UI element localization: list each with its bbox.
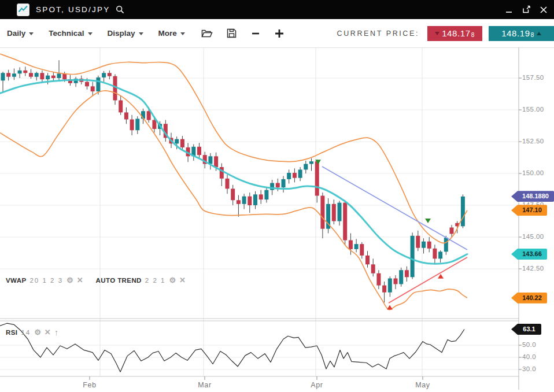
minimize-icon[interactable] <box>504 5 514 14</box>
rsi-legend-label: RSI <box>6 329 17 336</box>
price-axis-label: 157.50 <box>522 74 544 81</box>
autotrend-settings-gear-icon[interactable]: ⚙ <box>169 276 176 284</box>
price-down-arrow-icon <box>435 32 439 35</box>
menu-display-label: Display <box>108 29 135 38</box>
price-axis-label: 142.50 <box>522 265 544 272</box>
vwap-line-layer <box>0 80 467 264</box>
bid-price-value: 148.17 <box>442 28 470 38</box>
menu-technical[interactable]: Technical <box>49 29 92 38</box>
trading-app-window: SPOT, USD/JPY Daily <box>0 0 554 392</box>
toolbar: Daily Technical Display More <box>0 19 554 47</box>
month-label: May <box>409 381 436 389</box>
bid-price-pip: 8 <box>471 32 475 38</box>
vwap-settings-gear-icon[interactable]: ⚙ <box>67 276 73 284</box>
open-folder-icon[interactable] <box>201 29 213 38</box>
price-tag: 143.66 <box>511 249 547 260</box>
search-icon[interactable] <box>116 5 124 14</box>
price-axis-label: 155.00 <box>522 106 544 113</box>
menu-display[interactable]: Display <box>108 29 143 38</box>
instrument-title: SPOT, USD/JPY <box>36 5 110 14</box>
gridlines-layer <box>0 47 519 376</box>
save-icon[interactable] <box>227 28 237 38</box>
ask-price-value: 148.19 <box>501 28 530 38</box>
rsi-axis-label: 40.0 <box>522 353 536 360</box>
price-up-arrow-icon <box>537 32 541 35</box>
month-label: Mar <box>191 381 218 389</box>
menu-more[interactable]: More <box>158 29 185 38</box>
rsi-remove-icon[interactable]: ✕ <box>45 328 51 336</box>
rsi-axis-label: 50.0 <box>522 341 536 348</box>
current-price-label: CURRENT PRICE: <box>337 29 419 38</box>
bid-price-box[interactable]: 148.17 8 <box>427 26 482 41</box>
rsi-line-layer <box>0 323 464 372</box>
vwap-remove-icon[interactable]: ✕ <box>77 276 83 284</box>
price-tag: 147.10 <box>511 205 547 216</box>
menu-technical-label: Technical <box>49 29 84 38</box>
app-logo-icon <box>17 3 29 16</box>
current-price-cluster: CURRENT PRICE: 148.17 8 148.19 8 <box>337 19 554 47</box>
price-tag: 148.1880 <box>511 191 554 202</box>
candles-layer <box>1 60 465 302</box>
ask-price-box[interactable]: 148.19 8 <box>489 26 554 41</box>
rsi-axis-label: 30.0 <box>522 365 536 372</box>
rsi-settings-gear-icon[interactable]: ⚙ <box>34 328 41 336</box>
vwap-legend-params: 20 1 2 3 <box>29 277 63 284</box>
signal-markers-layer <box>315 160 444 309</box>
autotrend-legend-label: AUTO TREND <box>96 277 142 284</box>
sell-signal-triangle-icon <box>425 219 431 223</box>
bollinger-bands-layer <box>0 54 467 310</box>
buy-signal-triangle-icon <box>387 305 393 309</box>
price-tag: 63.1 <box>511 324 541 335</box>
price-axis-label: 145.00 <box>522 233 544 240</box>
window-controls <box>504 0 548 19</box>
month-label: Feb <box>76 381 103 389</box>
menu-more-label: More <box>158 29 177 38</box>
price-axis-label: 150.00 <box>522 169 544 176</box>
autotrend-remove-icon[interactable]: ✕ <box>179 276 186 284</box>
popout-icon[interactable] <box>522 5 531 14</box>
month-label: Apr <box>304 381 330 389</box>
chevron-down-icon <box>180 32 185 35</box>
rsi-legend-row: RSI 14 ⚙ ✕ ↑ <box>6 328 58 336</box>
menu-timeframe[interactable]: Daily <box>7 29 34 38</box>
price-tag: 140.22 <box>511 293 547 304</box>
chevron-down-icon <box>139 32 143 35</box>
vwap-legend-label: VWAP <box>6 277 26 284</box>
buy-signal-triangle-icon <box>438 274 444 279</box>
panel-frame-layer <box>0 47 554 390</box>
chevron-down-icon <box>88 32 93 35</box>
ask-price-pip: 8 <box>531 32 534 38</box>
zoom-out-icon[interactable] <box>250 28 261 39</box>
zoom-in-icon[interactable] <box>274 28 285 39</box>
price-axis-label: 152.50 <box>522 138 544 145</box>
title-bar: SPOT, USD/JPY <box>0 0 554 19</box>
menu-timeframe-label: Daily <box>7 29 25 38</box>
price-chart-canvas[interactable] <box>0 47 554 392</box>
indicator-legend-row: VWAP 20 1 2 3 ⚙ ✕ AUTO TREND 2 2 1 ⚙ ✕ <box>6 276 186 284</box>
rsi-legend-params: 14 <box>21 329 31 336</box>
chevron-down-icon <box>29 32 34 35</box>
close-icon[interactable] <box>539 5 548 14</box>
autotrend-legend-params: 2 2 1 <box>145 277 166 284</box>
rsi-move-up-icon[interactable]: ↑ <box>54 328 59 336</box>
